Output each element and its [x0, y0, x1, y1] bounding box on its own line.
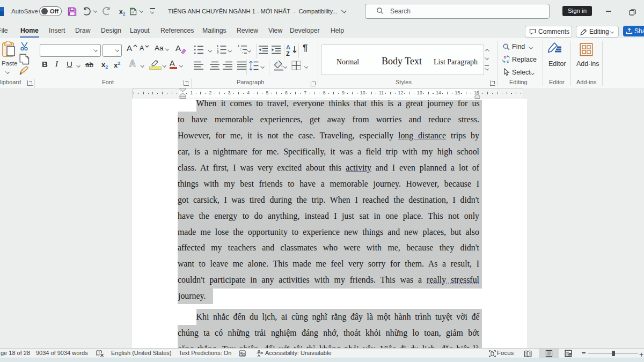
svg-text:c: c — [507, 59, 509, 64]
svg-text:b: b — [504, 55, 507, 60]
